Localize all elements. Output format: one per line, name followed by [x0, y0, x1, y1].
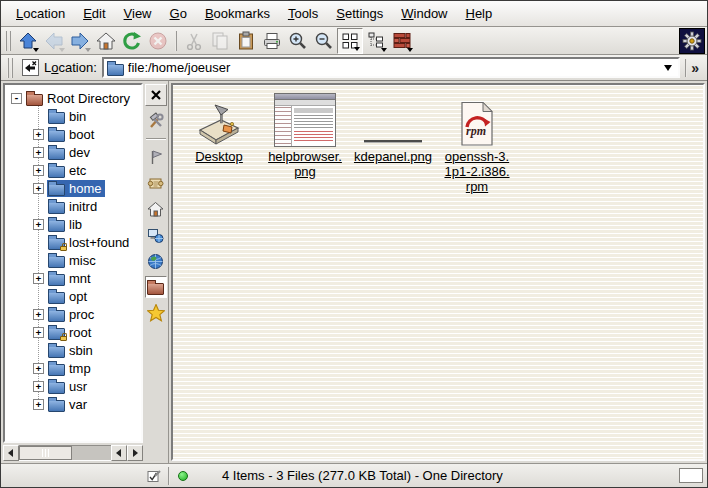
expander-icon[interactable]: + [33, 183, 44, 194]
sidebar-tab-flag[interactable] [145, 146, 167, 168]
tree-item-opt[interactable]: opt [5, 287, 141, 305]
file-label[interactable]: Desktop [184, 149, 254, 164]
file-item-openssh-rpm[interactable]: rpm openssh-3.1p1-2.i386.rpm [439, 91, 515, 194]
close-icon [149, 88, 163, 102]
tree-item-tmp[interactable]: + tmp [5, 359, 141, 377]
file-label[interactable]: helpbrowser.png [266, 149, 344, 179]
tree-item-root-home[interactable]: + root [5, 323, 141, 341]
tree-item-initrd[interactable]: initrd [5, 197, 141, 215]
sidebar-tab-network[interactable] [145, 224, 167, 246]
menu-settings[interactable]: Settings [327, 3, 392, 24]
tree-item-misc[interactable]: misc [5, 251, 141, 269]
menu-edit[interactable]: Edit [74, 3, 114, 24]
tree-item-usr[interactable]: + usr [5, 377, 141, 395]
root-folder-icon [147, 283, 164, 295]
zoom-in-button[interactable] [285, 28, 311, 54]
reload-button[interactable] [119, 28, 145, 54]
menu-bar: Location Edit View Go Bookmarks Tools Se… [1, 1, 707, 27]
paste-button[interactable] [233, 28, 259, 54]
tree-horizontal-scrollbar[interactable] [3, 445, 143, 461]
locbar-drag-handle[interactable] [7, 58, 13, 78]
file-label[interactable]: openssh-3.1p1-2.i386.rpm [444, 149, 510, 194]
tree-item-sbin[interactable]: sbin [5, 341, 141, 359]
progress-area [679, 468, 703, 483]
menu-window[interactable]: Window [392, 3, 456, 24]
file-item-kdepanel[interactable]: kdepanel.png [351, 91, 435, 164]
location-input[interactable]: file:/home/joeuser [102, 57, 680, 78]
sidebar-tab-home[interactable] [145, 198, 167, 220]
tree-item-proc[interactable]: + proc [5, 305, 141, 323]
konqueror-throbber[interactable] [679, 28, 705, 54]
tree-item-lost-found[interactable]: lost+found [5, 233, 141, 251]
expander-icon[interactable]: + [33, 165, 44, 176]
location-value[interactable]: file:/home/joeuser [128, 60, 656, 75]
zoom-out-button[interactable] [311, 28, 337, 54]
toolbar-overflow-button[interactable]: » [685, 59, 703, 77]
clear-location-button[interactable] [22, 59, 39, 76]
tree-item-lib[interactable]: + lib [5, 215, 141, 233]
stop-icon [148, 31, 168, 51]
tree-item-mnt[interactable]: + mnt [5, 269, 141, 287]
tree-item-dev[interactable]: + dev [5, 143, 141, 161]
menu-help[interactable]: Help [457, 3, 502, 24]
expander-icon[interactable]: + [33, 309, 44, 320]
tree-view-button[interactable] [363, 28, 389, 54]
menu-location[interactable]: Location [7, 3, 74, 24]
print-button[interactable] [259, 28, 285, 54]
tree-item-etc[interactable]: + etc [5, 161, 141, 179]
tree-item-root-directory[interactable]: - Root Directory [5, 89, 141, 107]
expander-icon[interactable]: + [33, 273, 44, 284]
home-button[interactable] [93, 28, 119, 54]
tree-item-var[interactable]: + var [5, 395, 141, 413]
toolbar-drag-handle[interactable] [5, 31, 11, 51]
flag-icon [148, 149, 164, 165]
up-button[interactable] [15, 28, 41, 54]
configure-tools-icon [147, 112, 165, 130]
sidebar-tab-history[interactable] [145, 172, 167, 194]
desktop-folder-icon [196, 103, 242, 147]
collapse-expander-icon[interactable]: - [11, 93, 22, 104]
menu-bookmarks[interactable]: Bookmarks [196, 3, 279, 24]
tree-item-bin[interactable]: bin [5, 107, 141, 125]
brick-view-button[interactable] [389, 28, 415, 54]
sidebar-close-button[interactable] [145, 84, 167, 106]
root-folder-icon [26, 94, 43, 106]
sidebar-tab-bookmarks[interactable] [145, 302, 167, 324]
file-item-helpbrowser[interactable]: helpbrowser.png [265, 91, 345, 179]
expander-icon[interactable]: + [33, 327, 44, 338]
expander-icon[interactable]: + [33, 363, 44, 374]
menu-go[interactable]: Go [161, 3, 196, 24]
tree-item-home[interactable]: + home [5, 179, 141, 197]
scroll-left-button[interactable] [3, 445, 19, 461]
expander-icon[interactable]: + [33, 381, 44, 392]
konqueror-window: Location Edit View Go Bookmarks Tools Se… [0, 0, 708, 488]
scrollbar-thumb[interactable] [19, 446, 72, 460]
checkbox-pen-icon [147, 469, 161, 483]
tree-item-boot[interactable]: + boot [5, 125, 141, 143]
sidebar-tab-root-directory[interactable] [145, 276, 167, 298]
expander-icon[interactable]: + [33, 399, 44, 410]
expander-icon[interactable]: + [33, 219, 44, 230]
lock-icon [60, 246, 67, 251]
scroll-left-button-2[interactable] [111, 445, 127, 461]
folder-icon [48, 166, 65, 178]
forward-button[interactable] [67, 28, 93, 54]
sidebar-tab-web[interactable] [145, 250, 167, 272]
expander-icon[interactable]: + [33, 147, 44, 158]
file-item-desktop[interactable]: Desktop [181, 91, 257, 164]
expander-icon[interactable]: + [33, 129, 44, 140]
scrollbar-track[interactable] [19, 445, 111, 461]
sidebar-configure-button[interactable] [145, 110, 167, 132]
statusbar-toggle-button[interactable] [145, 467, 162, 484]
location-dropdown-button[interactable] [660, 60, 675, 75]
icon-view-button[interactable] [337, 28, 363, 54]
sidebar-tab-strip [143, 81, 169, 463]
scroll-right-button[interactable] [127, 445, 143, 461]
copy-icon [210, 31, 230, 51]
paste-icon [236, 31, 256, 51]
menu-view[interactable]: View [115, 3, 161, 24]
folder-icon [48, 256, 65, 268]
file-view[interactable]: Desktop [171, 83, 705, 461]
menu-tools[interactable]: Tools [279, 3, 327, 24]
file-label[interactable]: kdepanel.png [351, 149, 435, 164]
